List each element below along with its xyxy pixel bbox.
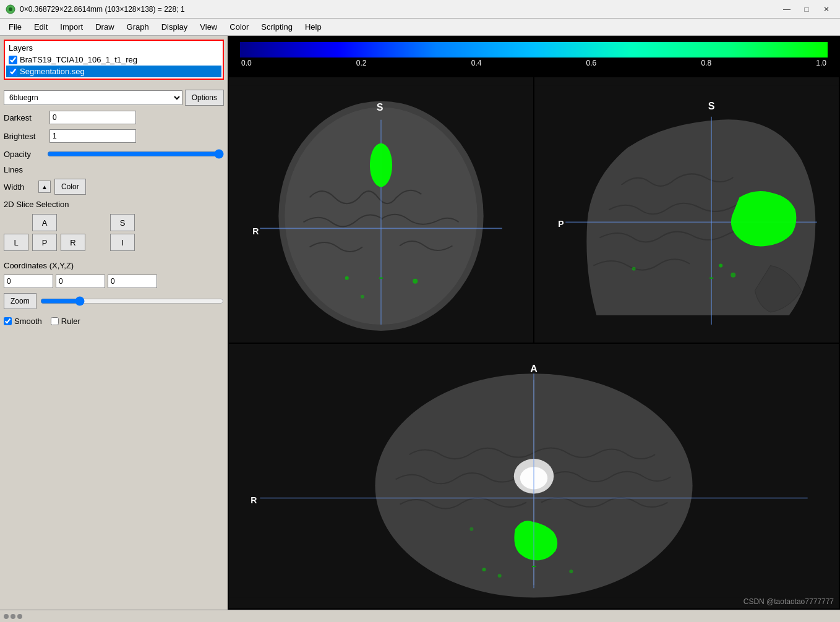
lrp-row: L P R bbox=[4, 234, 85, 251]
darkest-input[interactable] bbox=[49, 111, 136, 124]
svg-point-19 bbox=[632, 267, 636, 271]
btn-L[interactable]: L bbox=[4, 234, 28, 251]
menu-import[interactable]: Import bbox=[54, 20, 89, 33]
brightest-row: Brightest bbox=[4, 129, 224, 143]
darkest-row: Darkest bbox=[4, 111, 224, 124]
ruler-label: Ruler bbox=[61, 317, 80, 326]
tick-5: 1.0 bbox=[816, 59, 826, 67]
status-dot-2 bbox=[11, 614, 15, 619]
tick-1: 0.2 bbox=[356, 59, 367, 67]
layers-box: Layers BraTS19_TCIA10_106_1_t1_reg Segme… bbox=[4, 40, 224, 80]
svg-text:S: S bbox=[377, 101, 384, 113]
close-button[interactable]: ✕ bbox=[818, 3, 835, 15]
lines-label: Lines bbox=[4, 165, 224, 174]
status-dot-3 bbox=[17, 614, 22, 619]
btn-P[interactable]: P bbox=[32, 234, 57, 251]
left-panel: Layers BraTS19_TCIA10_106_1_t1_reg Segme… bbox=[0, 36, 228, 610]
window-title: 0×0.368729×22.8614mm (103×128×138) = 228… bbox=[20, 5, 778, 14]
coord-y[interactable] bbox=[56, 275, 105, 288]
svg-point-17 bbox=[719, 264, 722, 268]
zoom-row: Zoom bbox=[4, 293, 224, 309]
menu-help[interactable]: Help bbox=[299, 20, 328, 33]
color-button[interactable]: Color bbox=[54, 179, 86, 195]
smooth-checkbox[interactable] bbox=[4, 317, 12, 325]
svg-point-31 bbox=[469, 527, 473, 530]
svg-point-29 bbox=[498, 574, 502, 577]
brightest-label: Brightest bbox=[4, 132, 47, 141]
options-row: Smooth Ruler bbox=[4, 317, 224, 326]
menu-file[interactable]: File bbox=[2, 20, 28, 33]
right-panel: 0.0 0.2 0.4 0.6 0.8 1.0 bbox=[228, 36, 840, 610]
svg-point-18 bbox=[731, 273, 735, 278]
watermark: CSDN @taotaotao7777777 bbox=[744, 597, 834, 606]
svg-text:R: R bbox=[251, 495, 257, 505]
slice-label: 2D Slice Selection bbox=[4, 200, 224, 209]
tick-3: 0.6 bbox=[586, 59, 597, 67]
menu-edit[interactable]: Edit bbox=[28, 20, 54, 33]
tick-0: 0.0 bbox=[241, 59, 252, 67]
svg-point-28 bbox=[482, 568, 486, 571]
colormap-row: 6bluegrn Grayscale Hot Cool Jet Options bbox=[4, 90, 224, 106]
axial-view[interactable]: A R bbox=[229, 344, 839, 609]
svg-point-8 bbox=[345, 276, 349, 280]
opacity-slider[interactable] bbox=[47, 148, 224, 160]
svg-point-30 bbox=[569, 569, 573, 573]
svg-text:S: S bbox=[708, 100, 715, 111]
brightest-input[interactable] bbox=[49, 129, 136, 143]
smooth-label: Smooth bbox=[14, 317, 42, 326]
lr-ap-buttons: A L P R bbox=[4, 214, 85, 251]
menu-scripting[interactable]: Scripting bbox=[255, 20, 299, 33]
zoom-button[interactable]: Zoom bbox=[4, 293, 36, 309]
svg-text:P: P bbox=[558, 219, 564, 229]
width-label: Width bbox=[4, 182, 35, 192]
svg-point-9 bbox=[413, 279, 418, 284]
menu-graph[interactable]: Graph bbox=[121, 20, 155, 33]
btn-R[interactable]: R bbox=[61, 234, 85, 251]
layer-item-1[interactable]: Segmentation.seg bbox=[6, 66, 221, 77]
layer-0-name: BraTS19_TCIA10_106_1_t1_reg bbox=[20, 55, 137, 64]
layer-1-checkbox[interactable] bbox=[9, 67, 17, 76]
smooth-option[interactable]: Smooth bbox=[4, 317, 42, 326]
opacity-row: Opacity bbox=[4, 148, 224, 160]
darkest-label: Darkest bbox=[4, 113, 47, 122]
si-buttons: S I bbox=[110, 214, 135, 251]
viewer-area: S R bbox=[228, 76, 840, 610]
status-dot-1 bbox=[4, 614, 9, 619]
width-up-btn[interactable]: ▲ bbox=[38, 181, 51, 193]
opacity-label: Opacity bbox=[4, 150, 47, 159]
ruler-checkbox[interactable] bbox=[51, 317, 59, 325]
svg-text:A: A bbox=[530, 363, 538, 374]
zoom-slider[interactable] bbox=[40, 295, 224, 307]
coord-x[interactable] bbox=[4, 275, 53, 288]
ruler-option[interactable]: Ruler bbox=[51, 317, 80, 326]
slice-controls: A L P R S I bbox=[4, 214, 224, 251]
titlebar: 0×0.368729×22.8614mm (103×128×138) = 228… bbox=[0, 0, 840, 19]
btn-A[interactable]: A bbox=[32, 214, 57, 231]
maximize-button[interactable]: □ bbox=[798, 3, 815, 15]
minimize-button[interactable]: — bbox=[778, 3, 795, 15]
a-row: A bbox=[32, 214, 57, 231]
btn-I[interactable]: I bbox=[110, 234, 135, 251]
coronal-view[interactable]: S R bbox=[229, 77, 533, 343]
colormap-select[interactable]: 6bluegrn Grayscale Hot Cool Jet bbox=[4, 90, 182, 105]
svg-point-7 bbox=[370, 143, 392, 187]
colorbar-container: 0.0 0.2 0.4 0.6 0.8 1.0 bbox=[240, 42, 828, 73]
svg-point-10 bbox=[361, 295, 364, 299]
menu-color[interactable]: Color bbox=[223, 20, 255, 33]
svg-point-1 bbox=[9, 7, 12, 11]
layer-0-checkbox[interactable] bbox=[9, 56, 17, 64]
menubar: File Edit Import Draw Graph Display View… bbox=[0, 19, 840, 36]
menu-display[interactable]: Display bbox=[155, 20, 194, 33]
layers-title: Layers bbox=[6, 42, 221, 54]
coord-z[interactable] bbox=[108, 275, 157, 288]
options-button[interactable]: Options bbox=[185, 90, 224, 106]
layer-item-0[interactable]: BraTS19_TCIA10_106_1_t1_reg bbox=[6, 54, 221, 66]
menu-view[interactable]: View bbox=[194, 20, 223, 33]
menu-draw[interactable]: Draw bbox=[89, 20, 120, 33]
coords-inputs bbox=[4, 275, 224, 288]
statusbar bbox=[0, 610, 840, 622]
btn-S[interactable]: S bbox=[110, 214, 135, 231]
sagittal-view[interactable]: S P bbox=[534, 77, 839, 343]
svg-text:R: R bbox=[252, 226, 259, 236]
layer-1-name: Segmentation.seg bbox=[20, 67, 85, 76]
